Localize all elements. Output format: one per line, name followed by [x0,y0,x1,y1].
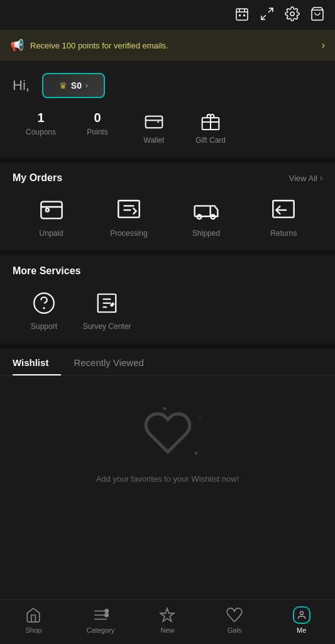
nav-shop[interactable]: Shop [8,606,58,634]
svg-line-6 [268,8,273,13]
service-survey[interactable]: Survey Center [75,289,138,331]
tab-wishlist[interactable]: Wishlist [13,348,61,375]
wishlist-empty-text: Add your favorites to your Wishlist now! [96,474,239,484]
banner-arrow-icon: › [322,40,325,51]
svg-point-37 [300,611,303,614]
svg-rect-5 [243,14,245,16]
svg-point-8 [290,12,294,16]
returns-label: Returns [270,229,297,238]
gals-label: Gals [228,626,242,634]
sparkle-4: ✦ [193,449,199,458]
services-row: Support Survey Center [13,287,322,333]
more-services-title: More Services [13,265,81,277]
unpaid-label: Unpaid [40,229,63,238]
svg-line-7 [261,15,266,19]
bottom-spacer [0,502,335,553]
my-orders-title: My Orders [13,172,62,184]
category-label: Category [87,626,115,634]
order-returns[interactable]: Returns [258,196,309,238]
coupons-value: 1 [37,111,44,125]
shipped-icon [192,196,220,224]
survey-icon [93,289,121,317]
wishlist-tabs: Wishlist Recently Viewed [0,348,335,376]
section-divider-1 [0,157,335,162]
heart-illustration: ✦ · ○ ✦ [130,401,206,464]
svg-point-16 [45,209,48,212]
processing-label: Processing [110,229,147,238]
my-orders-header: My Orders View All › [13,172,322,184]
shipped-label: Shipped [192,229,220,238]
nav-category[interactable]: Category [75,606,126,634]
bottom-navigation: Shop Category New Gals Me [0,599,335,644]
svg-point-35 [105,609,108,613]
view-all-orders[interactable]: View All › [289,174,322,183]
nav-gals[interactable]: Gals [209,606,260,634]
points-stat[interactable]: 0 Points [69,111,126,145]
more-services-section: More Services Support Survey Center [0,255,335,343]
survey-label: Survey Center [83,322,131,331]
svg-rect-4 [239,14,241,16]
notification-banner[interactable]: 📢 Receive 100 points for verified emails… [0,30,335,60]
order-shipped[interactable]: Shipped [181,196,231,238]
order-unpaid[interactable]: Unpaid [26,196,77,238]
stats-row: 1 Coupons 0 Points Wallet Gift Card [0,104,335,157]
wallet-item[interactable]: Wallet [126,111,182,145]
giftcard-label: Gift Card [195,136,226,145]
membership-badge[interactable]: ♛ S0 › [42,73,105,98]
points-label: Points [87,128,107,136]
shop-label: Shop [25,626,41,634]
shopping-bag-icon[interactable] [310,6,325,24]
points-value: 0 [94,111,101,125]
section-divider-2 [0,250,335,255]
svg-rect-10 [146,116,163,128]
calendar-icon[interactable] [234,6,250,24]
gals-icon [226,606,243,624]
nav-me[interactable]: Me [277,606,327,634]
unpaid-icon [38,196,65,224]
svg-point-36 [105,613,108,616]
support-icon [30,289,58,317]
category-icon [92,606,109,624]
view-all-chevron: › [320,174,322,182]
section-divider-3 [0,343,335,348]
new-icon [158,606,176,624]
view-all-label: View All [289,174,317,183]
sparkle-3: ○ [197,414,202,423]
fullscreen-icon[interactable] [260,6,275,24]
new-label: New [160,626,174,634]
me-icon [293,606,310,624]
membership-arrow: › [85,81,88,90]
shop-icon [25,606,42,624]
banner-text: Receive 100 points for verified emails. [30,41,316,50]
coupons-label: Coupons [26,128,56,136]
crown-icon: ♛ [59,80,67,91]
more-services-header: More Services [13,265,322,277]
wallet-icon [143,111,165,133]
svg-rect-18 [118,201,139,218]
settings-icon[interactable] [285,6,300,24]
wishlist-tab-label: Wishlist [13,357,48,368]
my-orders-section: My Orders View All › Unpaid Processing S… [0,162,335,250]
membership-level: S0 [71,80,82,91]
processing-icon [115,196,143,224]
coupons-stat[interactable]: 1 Coupons [13,111,69,145]
giftcard-item[interactable]: Gift Card [182,111,239,145]
order-processing[interactable]: Processing [104,196,154,238]
support-label: Support [31,322,57,331]
tab-recently-viewed[interactable]: Recently Viewed [74,348,156,375]
service-support[interactable]: Support [13,289,75,331]
returns-icon [270,196,297,224]
wallet-label: Wallet [144,136,165,145]
me-label: Me [297,626,306,634]
wishlist-empty-state: ✦ · ○ ✦ Add your favorites to your Wishl… [0,376,335,502]
recently-viewed-tab-label: Recently Viewed [74,357,143,368]
orders-row: Unpaid Processing Shipped Returns [13,194,322,240]
giftcard-icon [199,111,222,133]
profile-section: Hi, ♛ S0 › [0,60,335,104]
svg-point-27 [43,308,45,309]
svg-rect-15 [41,202,62,219]
greeting-text: Hi, [13,77,30,94]
svg-rect-21 [195,206,211,216]
svg-rect-0 [236,9,248,20]
nav-new[interactable]: New [142,606,192,634]
